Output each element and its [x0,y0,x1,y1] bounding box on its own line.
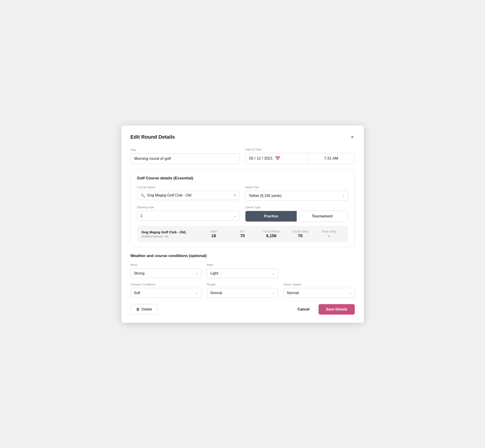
course-stat-par: Par 70 [228,230,257,238]
fairway-wrap: Hard Firm Normal Soft Wet ⌄ [130,288,202,298]
slope-rating-value: - [315,233,344,238]
starting-hole-group: Starting Hole 1 2 3 10 ⌄ [137,206,240,222]
course-stat-slope: Slope rating - [315,230,344,238]
wind-label: Wind [130,263,202,267]
select-tee-group: Select Tee Yellow (6,156 yards) White Re… [245,185,348,200]
wind-rain-row: Wind None Light Moderate Strong ⌄ Rain N… [130,263,355,278]
rain-group: Rain None Light Moderate Heavy ⌄ [207,263,278,278]
footer-row: 🗑 Delete Cancel Save Details [130,304,355,315]
weather-section: Weather and course conditions (optional)… [130,254,355,298]
rain-wrap: None Light Moderate Heavy ⌄ [207,268,278,278]
fairway-group: Fairway Conditions Hard Firm Normal Soft… [130,283,202,298]
datetime-group: Date & Time 05 / 12 / 2021 📅 7:31 AM [245,148,355,164]
title-label: Title [130,148,240,152]
course-stat-rating: Course rating 70 [286,230,315,238]
select-tee-label: Select Tee [245,185,348,189]
fairway-rough-green-row: Fairway Conditions Hard Firm Normal Soft… [130,283,355,298]
game-type-toggle: Practice Tournament [245,211,348,222]
title-group: Title [130,148,240,164]
golf-course-section: Golf Course details (Essential) Course N… [130,169,355,247]
date-input[interactable]: 05 / 12 / 2021 📅 [245,153,308,164]
wind-group: Wind None Light Moderate Strong ⌄ [130,263,202,278]
green-speed-select[interactable]: Slow Normal Fast Very Fast [283,288,355,298]
green-speed-wrap: Slow Normal Fast Very Fast ⌄ [283,288,355,298]
course-rating-value: 70 [286,233,315,238]
golf-course-section-title: Golf Course details (Essential) [137,176,348,181]
edit-round-modal: Edit Round Details × Title Date & Time 0… [121,125,364,323]
close-button[interactable]: × [350,134,355,140]
course-info-row: Gog Magog Golf Club - Old, Shelford Bott… [137,226,348,242]
footer-right: Cancel Save Details [293,304,355,315]
course-name-label: Course Name [137,185,240,189]
title-input[interactable] [130,153,240,164]
course-rating-label: Course rating [286,230,315,233]
slope-rating-label: Slope rating [315,230,344,233]
trash-icon: 🗑 [136,307,140,312]
course-primary-name: Gog Magog Golf Club - Old, [142,230,199,234]
course-stat-holes: Holes 18 [199,230,228,238]
datetime-row: 05 / 12 / 2021 📅 7:31 AM [245,153,355,164]
holes-value: 18 [199,233,228,238]
rough-label: Rough [207,283,278,286]
search-icon: 🔍 [140,193,145,198]
course-location: Shelford Bottom, UK [142,235,199,238]
modal-header: Edit Round Details × [130,134,355,140]
game-type-group: Game Type Practice Tournament [245,206,348,222]
game-type-label: Game Type [245,206,348,209]
save-button[interactable]: Save Details [319,304,355,315]
weather-section-title: Weather and course conditions (optional) [130,254,355,258]
course-name-input[interactable] [147,193,231,197]
rough-wrap: Short Normal Long ⌄ [207,288,278,298]
starting-hole-label: Starting Hole [137,206,240,209]
wind-wrap: None Light Moderate Strong ⌄ [130,268,202,278]
holes-label: Holes [199,230,228,233]
yards-label: Yards(Yellow) [257,230,286,233]
rough-group: Rough Short Normal Long ⌄ [207,283,278,298]
title-datetime-row: Title Date & Time 05 / 12 / 2021 📅 7:31 … [130,148,355,164]
time-input[interactable]: 7:31 AM [308,153,355,164]
time-value: 7:31 AM [324,156,338,161]
calendar-icon: 📅 [275,156,280,161]
datetime-label: Date & Time [245,148,355,151]
modal-title: Edit Round Details [130,134,175,140]
select-tee-input[interactable]: Yellow (6,156 yards) White Red Blue [245,191,348,200]
course-stat-yards: Yards(Yellow) 6,156 [257,230,286,238]
course-search-wrap[interactable]: 🔍 ✕ [137,191,240,200]
fairway-select[interactable]: Hard Firm Normal Soft Wet [130,288,202,298]
cancel-button[interactable]: Cancel [293,304,314,314]
yards-value: 6,156 [257,233,286,238]
fairway-label: Fairway Conditions [130,283,202,286]
select-tee-wrap: Yellow (6,156 yards) White Red Blue ⌄ [245,191,348,200]
par-value: 70 [228,233,257,238]
starting-hole-select[interactable]: 1 2 3 10 [137,211,240,221]
delete-label: Delete [142,307,152,312]
wind-select[interactable]: None Light Moderate Strong [130,268,202,278]
rain-select[interactable]: None Light Moderate Heavy [207,268,278,278]
rough-select[interactable]: Short Normal Long [207,288,278,298]
green-speed-label: Green Speed [283,283,355,286]
date-value: 05 / 12 / 2021 [249,156,273,161]
delete-button[interactable]: 🗑 Delete [130,304,158,315]
course-name-group: Course Name 🔍 ✕ [137,185,240,200]
starting-hole-wrap: 1 2 3 10 ⌄ [137,211,240,221]
green-speed-group: Green Speed Slow Normal Fast Very Fast ⌄ [283,283,355,298]
course-info-name: Gog Magog Golf Club - Old, Shelford Bott… [142,230,199,238]
clear-icon[interactable]: ✕ [233,193,236,198]
practice-button[interactable]: Practice [245,211,297,222]
tournament-button[interactable]: Tournament [297,211,348,222]
rain-label: Rain [207,263,278,267]
par-label: Par [228,230,257,233]
